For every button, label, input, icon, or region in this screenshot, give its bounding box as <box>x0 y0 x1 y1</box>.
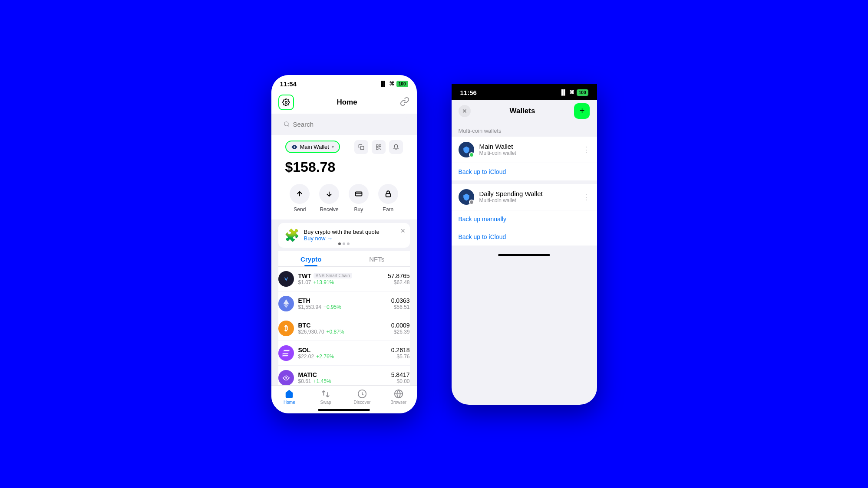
nav-browser[interactable]: Browser <box>380 389 417 405</box>
sol-symbol: SOL <box>298 347 311 354</box>
tab-crypto[interactable]: Crypto <box>278 251 344 266</box>
btc-logo: ₿ <box>284 324 288 332</box>
sol-logo <box>282 350 290 357</box>
main-wallet-more-button[interactable]: ⋮ <box>582 145 590 154</box>
wallet-item-spending[interactable]: Daily Spending Wallet Multi-coin wallet … <box>452 184 597 210</box>
search-input[interactable] <box>293 121 405 128</box>
send-label: Send <box>294 206 306 213</box>
balance-amount: $158.78 <box>285 159 336 175</box>
spending-wallet-name: Daily Spending Wallet <box>479 190 543 197</box>
twt-change: +13.91% <box>314 279 334 285</box>
buy-icon-circle <box>349 184 369 204</box>
crypto-item-sol[interactable]: SOL $22.02 +2.76% 0.2618 $5.76 <box>278 341 410 366</box>
matic-amount: 5.8417 <box>391 371 410 378</box>
btc-usd: $26.39 <box>391 329 410 335</box>
close-wallets-button[interactable]: ✕ <box>459 105 471 117</box>
qr-icon-btn[interactable] <box>372 140 386 154</box>
crypto-list: TWT BNB Smart Chain $1.07 +13.91% 57.876… <box>278 267 410 390</box>
twt-amount: 57.8765 <box>388 272 410 279</box>
status-icons-left: ▐▌ ⌘ 100 <box>380 81 408 87</box>
btc-symbol: BTC <box>298 322 311 329</box>
spending-wallet-more-button[interactable]: ⋮ <box>582 192 590 202</box>
dot-1 <box>338 242 341 245</box>
time-left: 11:54 <box>280 80 297 88</box>
receive-button[interactable]: Receive <box>319 184 339 213</box>
eth-info: ETH $1,553.94 +0.95% <box>298 297 391 310</box>
add-wallet-button[interactable]: + <box>574 103 590 119</box>
sol-usd: $5.76 <box>391 354 410 360</box>
nav-home[interactable]: Home <box>271 389 308 405</box>
right-phone: 11:56 ▐▌ ⌘ 100 ✕ Wallets + Multi-coin wa… <box>452 84 597 405</box>
twt-usd: $62.48 <box>388 279 410 285</box>
link-icon <box>400 97 409 106</box>
app-header: Home <box>271 91 417 114</box>
main-wallet-avatar <box>459 142 474 157</box>
plus-icon: + <box>580 106 585 116</box>
twt-values: 57.8765 $62.48 <box>388 272 410 285</box>
wallet-item-main[interactable]: Main Wallet Multi-coin wallet ⋮ <box>452 137 597 163</box>
swap-nav-icon <box>321 389 330 399</box>
svg-point-0 <box>285 101 287 103</box>
earn-label: Earn <box>383 206 393 213</box>
btc-icon: ₿ <box>278 321 294 336</box>
matic-usd: $0.00 <box>391 378 410 384</box>
left-phone: 11:54 ▐▌ ⌘ 100 Home <box>271 75 417 413</box>
main-wallet-type: Multi-coin wallet <box>479 150 516 156</box>
home-nav-icon <box>284 389 294 399</box>
crypto-item-twt[interactable]: TWT BNB Smart Chain $1.07 +13.91% 57.876… <box>278 267 410 291</box>
tab-nfts[interactable]: NFTs <box>344 251 410 266</box>
sol-change: +2.76% <box>316 354 334 360</box>
nav-swap[interactable]: Swap <box>307 389 344 405</box>
time-right: 11:56 <box>460 89 477 96</box>
svg-marker-10 <box>283 299 288 305</box>
main-wallet-shield-icon <box>462 146 470 154</box>
twt-info: TWT BNB Smart Chain $1.07 +13.91% <box>298 272 388 285</box>
buy-button[interactable]: Buy <box>349 184 369 213</box>
section-divider <box>452 180 597 184</box>
action-buttons: Send Receive <box>278 180 410 219</box>
main-wallet-name: Main Wallet <box>479 143 516 150</box>
settings-button[interactable] <box>278 95 294 110</box>
nav-discover[interactable]: Discover <box>344 389 380 405</box>
close-icon: ✕ <box>462 108 467 115</box>
crypto-item-eth[interactable]: ETH $1,553.94 +0.95% 0.0363 $56.51 <box>278 291 410 316</box>
promo-buy-link[interactable]: Buy now → <box>304 235 404 242</box>
wallets-header: ✕ Wallets + <box>452 100 597 122</box>
bell-icon-btn[interactable] <box>389 140 403 154</box>
home-title: Home <box>337 98 357 107</box>
bottom-nav: Home Swap Discover <box>271 385 417 413</box>
send-arrow-icon <box>296 190 304 198</box>
copy-icon-btn[interactable] <box>354 140 368 154</box>
twt-icon <box>278 271 294 287</box>
promo-close-button[interactable]: ✕ <box>400 227 406 234</box>
sol-price: $22.02 <box>298 354 314 360</box>
spending-wallet-avatar <box>459 189 474 205</box>
svg-rect-4 <box>376 144 378 146</box>
browser-nav-icon <box>394 389 403 399</box>
earn-lock-icon <box>384 190 392 198</box>
crypto-item-btc[interactable]: ₿ BTC $26,930.70 +0.87% 0.0009 $26.39 <box>278 316 410 341</box>
eth-usd: $56.51 <box>391 304 410 310</box>
receive-label: Receive <box>320 206 338 213</box>
status-bar-left: 11:54 ▐▌ ⌘ 100 <box>271 75 417 91</box>
wallet-pill[interactable]: Main Wallet ▾ <box>285 141 340 153</box>
buy-card-icon <box>355 190 363 198</box>
eth-change: +0.95% <box>323 304 341 310</box>
right-bottom-bar <box>452 246 597 259</box>
wifi-icon: ⌘ <box>389 81 394 87</box>
nav-home-label: Home <box>284 400 295 405</box>
status-icons-right: ▐▌ ⌘ 100 <box>560 89 588 96</box>
earn-button[interactable]: Earn <box>378 184 398 213</box>
promo-dots <box>338 242 350 245</box>
backup-icloud-link-1[interactable]: Back up to iCloud <box>452 163 597 180</box>
backup-manually-link[interactable]: Back up manually <box>452 210 597 228</box>
matic-price: $0.61 <box>298 378 311 384</box>
send-button[interactable]: Send <box>290 184 310 213</box>
sol-info: SOL $22.02 +2.76% <box>298 347 391 360</box>
spending-wallet-dot <box>469 200 474 205</box>
matic-values: 5.8417 $0.00 <box>391 371 410 384</box>
promo-emoji: 🧩 <box>284 228 300 242</box>
backup-icloud-link-2[interactable]: Back up to iCloud <box>452 228 597 246</box>
link-icon-btn[interactable] <box>400 97 409 108</box>
eth-icon <box>278 296 294 311</box>
